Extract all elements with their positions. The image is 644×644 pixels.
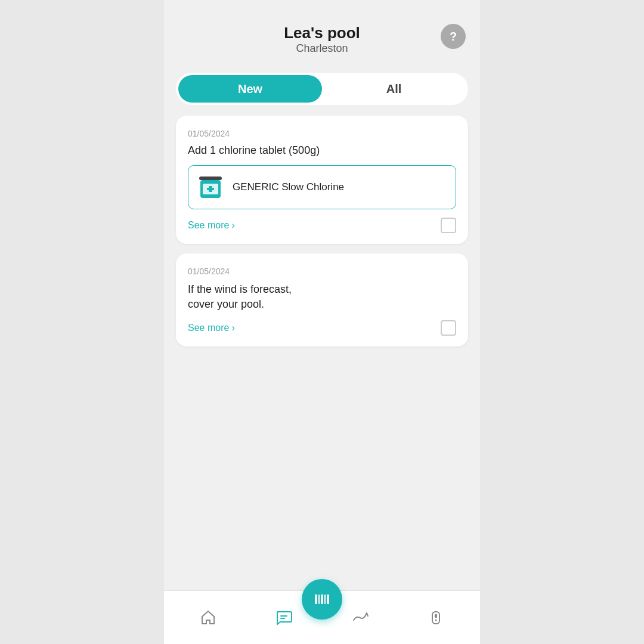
phone-frame: Lea's pool Charleston ? New All 01/05/20… bbox=[164, 0, 480, 644]
see-more-row-1: See more › bbox=[188, 218, 456, 233]
svg-rect-5 bbox=[280, 615, 287, 617]
tab-container: New All bbox=[176, 73, 468, 105]
nav-remote-button[interactable] bbox=[422, 603, 450, 632]
nav-scan-button[interactable] bbox=[302, 579, 342, 620]
svg-rect-8 bbox=[318, 595, 320, 604]
content-area: 01/05/2024 Add 1 chlorine tablet (500g) … bbox=[164, 116, 480, 590]
svg-rect-11 bbox=[327, 595, 329, 604]
checkbox-2[interactable] bbox=[441, 320, 456, 336]
nav-analytics-button[interactable] bbox=[346, 603, 374, 632]
svg-rect-0 bbox=[199, 177, 222, 180]
pool-name: Lea's pool bbox=[284, 24, 360, 42]
product-box[interactable]: GENERIC Slow Chlorine bbox=[188, 165, 456, 209]
bottom-nav bbox=[164, 590, 480, 644]
svg-rect-13 bbox=[435, 614, 437, 618]
checkbox-1[interactable] bbox=[441, 218, 456, 233]
analytics-icon bbox=[351, 608, 370, 627]
scan-icon bbox=[311, 589, 333, 610]
card-title-1: Add 1 chlorine tablet (500g) bbox=[188, 144, 456, 157]
card-chlorine: 01/05/2024 Add 1 chlorine tablet (500g) … bbox=[176, 116, 468, 244]
header-text: Lea's pool Charleston bbox=[284, 24, 360, 55]
svg-point-14 bbox=[435, 619, 437, 621]
chevron-right-icon-2: › bbox=[231, 323, 234, 333]
home-icon bbox=[199, 608, 218, 627]
svg-rect-9 bbox=[321, 595, 323, 604]
tab-all[interactable]: All bbox=[322, 75, 466, 103]
pool-location: Charleston bbox=[284, 42, 360, 55]
see-more-button-1[interactable]: See more › bbox=[188, 220, 235, 231]
tab-new[interactable]: New bbox=[178, 75, 322, 103]
chlorine-bucket-icon bbox=[197, 172, 224, 203]
help-button[interactable]: ? bbox=[441, 24, 466, 49]
card-wind: 01/05/2024 If the wind is forecast,cover… bbox=[176, 253, 468, 346]
card-title-2: If the wind is forecast,cover your pool. bbox=[188, 282, 456, 312]
header: Lea's pool Charleston ? bbox=[164, 0, 480, 67]
question-mark-icon: ? bbox=[450, 30, 457, 44]
nav-chat-button[interactable] bbox=[270, 603, 298, 632]
chat-icon bbox=[274, 608, 293, 627]
card-date-2: 01/05/2024 bbox=[188, 267, 456, 276]
card-date-1: 01/05/2024 bbox=[188, 129, 456, 138]
see-more-row-2: See more › bbox=[188, 320, 456, 336]
nav-home-button[interactable] bbox=[194, 603, 222, 632]
svg-rect-7 bbox=[315, 595, 317, 604]
see-more-label-1: See more bbox=[188, 220, 229, 231]
svg-rect-4 bbox=[207, 188, 214, 190]
see-more-label-2: See more bbox=[188, 323, 229, 333]
svg-rect-6 bbox=[280, 618, 285, 619]
chevron-right-icon-1: › bbox=[231, 220, 234, 231]
product-name: GENERIC Slow Chlorine bbox=[233, 181, 344, 193]
svg-rect-10 bbox=[324, 595, 326, 604]
remote-icon bbox=[426, 608, 445, 627]
see-more-button-2[interactable]: See more › bbox=[188, 323, 235, 333]
